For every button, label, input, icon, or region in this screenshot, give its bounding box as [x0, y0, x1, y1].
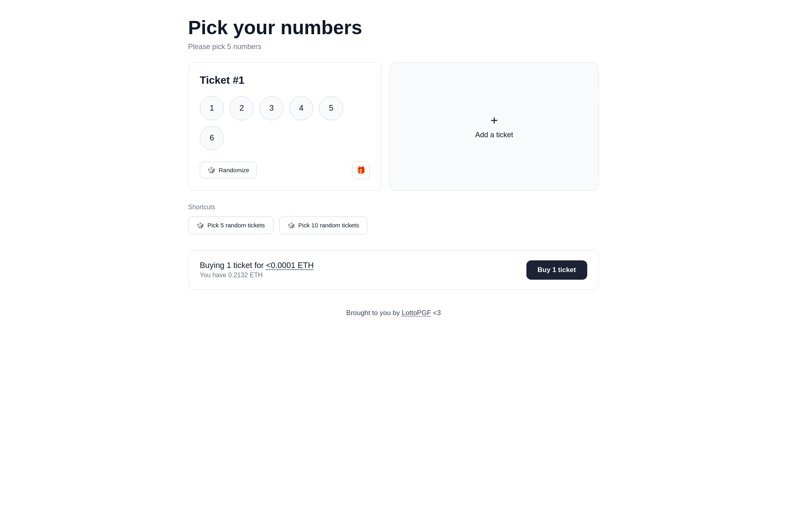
- page-subtitle: Please pick 5 numbers: [188, 43, 599, 51]
- footer: Brought to you by LottoPGF <3: [188, 309, 599, 317]
- pick-5-label: Pick 5 random tickets: [207, 222, 265, 229]
- shortcuts-title: Shortcuts: [188, 204, 599, 211]
- pick-5-icon: 🎲: [197, 222, 204, 229]
- footer-text-after: <3: [431, 309, 441, 317]
- add-ticket-plus-icon: +: [491, 114, 498, 127]
- page-container: Pick your numbers Please pick 5 numbers …: [188, 16, 599, 516]
- numbers-grid: 1 2 3 4 5 6: [200, 96, 370, 150]
- randomize-button[interactable]: 🎲 Randomize: [200, 162, 257, 178]
- pick-10-label: Pick 10 random tickets: [298, 222, 359, 229]
- number-ball-4[interactable]: 4: [289, 96, 313, 120]
- footer-text-before: Brought to you by: [346, 309, 402, 317]
- shortcuts-row: 🎲 Pick 5 random tickets 🎲 Pick 10 random…: [188, 217, 599, 234]
- dice-icon: 🎲: [207, 166, 215, 174]
- buy-secondary-text: You have 0.2132 ETH: [200, 272, 314, 279]
- ticket-actions: 🎲 Randomize 🎁: [200, 161, 370, 179]
- number-ball-5[interactable]: 5: [319, 96, 343, 120]
- number-ball-1[interactable]: 1: [200, 96, 224, 120]
- gift-icon: 🎁: [356, 166, 365, 175]
- lotto-link[interactable]: LottoPGF: [402, 309, 431, 317]
- shortcuts-section: Shortcuts 🎲 Pick 5 random tickets 🎲 Pick…: [188, 204, 599, 234]
- randomize-label: Randomize: [219, 167, 249, 173]
- pick-10-icon: 🎲: [288, 222, 295, 229]
- number-ball-2[interactable]: 2: [230, 96, 254, 120]
- page-title: Pick your numbers: [188, 16, 599, 39]
- add-ticket-card[interactable]: + Add a ticket: [389, 62, 599, 191]
- pick-10-button[interactable]: 🎲 Pick 10 random tickets: [279, 217, 368, 234]
- pick-5-button[interactable]: 🎲 Pick 5 random tickets: [188, 217, 273, 234]
- number-ball-3[interactable]: 3: [259, 96, 284, 120]
- add-ticket-label: Add a ticket: [475, 131, 513, 139]
- number-ball-6[interactable]: 6: [200, 126, 224, 150]
- gift-button[interactable]: 🎁: [352, 161, 370, 179]
- buy-button[interactable]: Buy 1 ticket: [526, 260, 587, 280]
- tickets-row: Ticket #1 1 2 3 4 5 6 🎲 Randomize 🎁 +: [188, 62, 599, 191]
- buy-price: <0.0001 ETH: [266, 261, 314, 270]
- ticket-1-title: Ticket #1: [200, 74, 370, 87]
- buy-info: Buying 1 ticket for <0.0001 ETH You have…: [200, 261, 314, 279]
- buy-primary-text: Buying 1 ticket for <0.0001 ETH: [200, 261, 314, 270]
- ticket-card-1: Ticket #1 1 2 3 4 5 6 🎲 Randomize 🎁: [188, 62, 381, 191]
- buy-section: Buying 1 ticket for <0.0001 ETH You have…: [188, 250, 599, 290]
